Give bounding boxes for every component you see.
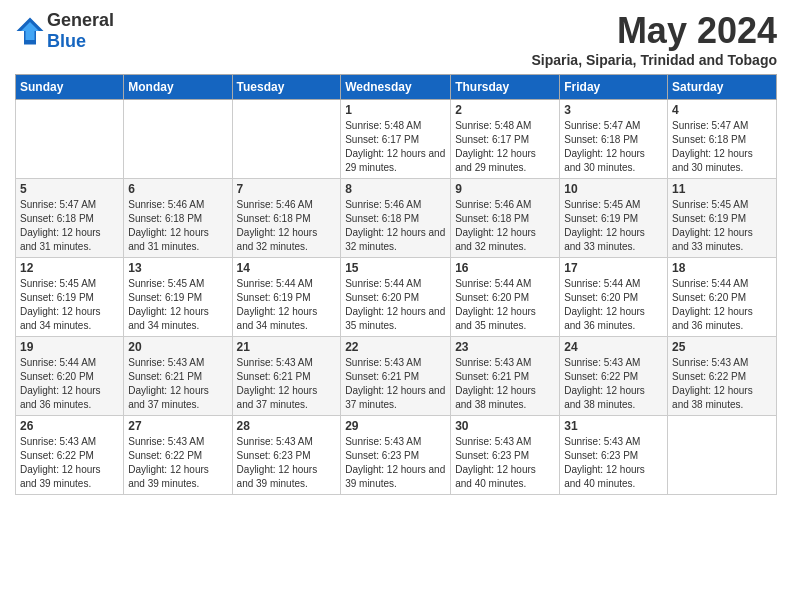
- day-number: 27: [128, 419, 227, 433]
- daylight-text: Daylight: 12 hours and 31 minutes.: [128, 227, 209, 252]
- col-sunday: Sunday: [16, 75, 124, 100]
- sunset-text: Sunset: 6:18 PM: [237, 213, 311, 224]
- day-info: Sunrise: 5:43 AM Sunset: 6:22 PM Dayligh…: [564, 356, 663, 412]
- page-container: General Blue May 2024 Siparia, Siparia, …: [0, 0, 792, 505]
- col-wednesday: Wednesday: [341, 75, 451, 100]
- daylight-text: Daylight: 12 hours and 40 minutes.: [564, 464, 645, 489]
- sunrise-text: Sunrise: 5:45 AM: [128, 278, 204, 289]
- day-number: 1: [345, 103, 446, 117]
- sunrise-text: Sunrise: 5:44 AM: [20, 357, 96, 368]
- daylight-text: Daylight: 12 hours and 37 minutes.: [237, 385, 318, 410]
- logo-general: General: [47, 10, 114, 30]
- day-info: Sunrise: 5:46 AM Sunset: 6:18 PM Dayligh…: [345, 198, 446, 254]
- sunset-text: Sunset: 6:20 PM: [672, 292, 746, 303]
- day-number: 3: [564, 103, 663, 117]
- calendar-cell: 19 Sunrise: 5:44 AM Sunset: 6:20 PM Dayl…: [16, 337, 124, 416]
- sunset-text: Sunset: 6:18 PM: [345, 213, 419, 224]
- day-number: 30: [455, 419, 555, 433]
- col-monday: Monday: [124, 75, 232, 100]
- calendar-body: 1 Sunrise: 5:48 AM Sunset: 6:17 PM Dayli…: [16, 100, 777, 495]
- calendar-cell: 10 Sunrise: 5:45 AM Sunset: 6:19 PM Dayl…: [560, 179, 668, 258]
- sunrise-text: Sunrise: 5:43 AM: [128, 436, 204, 447]
- calendar-cell: 15 Sunrise: 5:44 AM Sunset: 6:20 PM Dayl…: [341, 258, 451, 337]
- day-number: 12: [20, 261, 119, 275]
- day-number: 5: [20, 182, 119, 196]
- calendar-cell: 18 Sunrise: 5:44 AM Sunset: 6:20 PM Dayl…: [668, 258, 777, 337]
- calendar-table: Sunday Monday Tuesday Wednesday Thursday…: [15, 74, 777, 495]
- sunrise-text: Sunrise: 5:43 AM: [455, 436, 531, 447]
- calendar-cell: 26 Sunrise: 5:43 AM Sunset: 6:22 PM Dayl…: [16, 416, 124, 495]
- calendar-cell: [668, 416, 777, 495]
- calendar-cell: 12 Sunrise: 5:45 AM Sunset: 6:19 PM Dayl…: [16, 258, 124, 337]
- day-number: 13: [128, 261, 227, 275]
- sunrise-text: Sunrise: 5:48 AM: [345, 120, 421, 131]
- daylight-text: Daylight: 12 hours and 30 minutes.: [672, 148, 753, 173]
- sunset-text: Sunset: 6:22 PM: [20, 450, 94, 461]
- sunset-text: Sunset: 6:20 PM: [455, 292, 529, 303]
- day-number: 11: [672, 182, 772, 196]
- sunrise-text: Sunrise: 5:43 AM: [237, 436, 313, 447]
- daylight-text: Daylight: 12 hours and 33 minutes.: [672, 227, 753, 252]
- calendar-cell: 22 Sunrise: 5:43 AM Sunset: 6:21 PM Dayl…: [341, 337, 451, 416]
- daylight-text: Daylight: 12 hours and 40 minutes.: [455, 464, 536, 489]
- day-info: Sunrise: 5:43 AM Sunset: 6:21 PM Dayligh…: [128, 356, 227, 412]
- day-info: Sunrise: 5:43 AM Sunset: 6:21 PM Dayligh…: [455, 356, 555, 412]
- day-number: 25: [672, 340, 772, 354]
- sunset-text: Sunset: 6:17 PM: [345, 134, 419, 145]
- daylight-text: Daylight: 12 hours and 39 minutes.: [237, 464, 318, 489]
- calendar-cell: 14 Sunrise: 5:44 AM Sunset: 6:19 PM Dayl…: [232, 258, 341, 337]
- sunrise-text: Sunrise: 5:44 AM: [672, 278, 748, 289]
- sunrise-text: Sunrise: 5:47 AM: [20, 199, 96, 210]
- title-block: May 2024 Siparia, Siparia, Trinidad and …: [531, 10, 777, 68]
- daylight-text: Daylight: 12 hours and 38 minutes.: [564, 385, 645, 410]
- calendar-week-3: 12 Sunrise: 5:45 AM Sunset: 6:19 PM Dayl…: [16, 258, 777, 337]
- sunrise-text: Sunrise: 5:43 AM: [20, 436, 96, 447]
- day-info: Sunrise: 5:43 AM Sunset: 6:23 PM Dayligh…: [455, 435, 555, 491]
- day-info: Sunrise: 5:46 AM Sunset: 6:18 PM Dayligh…: [237, 198, 337, 254]
- header: General Blue May 2024 Siparia, Siparia, …: [15, 10, 777, 68]
- day-number: 10: [564, 182, 663, 196]
- day-number: 28: [237, 419, 337, 433]
- calendar-cell: 3 Sunrise: 5:47 AM Sunset: 6:18 PM Dayli…: [560, 100, 668, 179]
- day-number: 14: [237, 261, 337, 275]
- calendar-cell: 6 Sunrise: 5:46 AM Sunset: 6:18 PM Dayli…: [124, 179, 232, 258]
- calendar-cell: 2 Sunrise: 5:48 AM Sunset: 6:17 PM Dayli…: [451, 100, 560, 179]
- daylight-text: Daylight: 12 hours and 37 minutes.: [128, 385, 209, 410]
- day-info: Sunrise: 5:43 AM Sunset: 6:22 PM Dayligh…: [20, 435, 119, 491]
- sunset-text: Sunset: 6:19 PM: [20, 292, 94, 303]
- day-info: Sunrise: 5:44 AM Sunset: 6:19 PM Dayligh…: [237, 277, 337, 333]
- calendar-cell: 16 Sunrise: 5:44 AM Sunset: 6:20 PM Dayl…: [451, 258, 560, 337]
- day-number: 17: [564, 261, 663, 275]
- sunset-text: Sunset: 6:18 PM: [455, 213, 529, 224]
- calendar-cell: 31 Sunrise: 5:43 AM Sunset: 6:23 PM Dayl…: [560, 416, 668, 495]
- day-number: 8: [345, 182, 446, 196]
- sunset-text: Sunset: 6:20 PM: [345, 292, 419, 303]
- sunrise-text: Sunrise: 5:44 AM: [345, 278, 421, 289]
- day-info: Sunrise: 5:44 AM Sunset: 6:20 PM Dayligh…: [564, 277, 663, 333]
- sunset-text: Sunset: 6:18 PM: [672, 134, 746, 145]
- day-number: 16: [455, 261, 555, 275]
- sunset-text: Sunset: 6:23 PM: [564, 450, 638, 461]
- col-friday: Friday: [560, 75, 668, 100]
- daylight-text: Daylight: 12 hours and 35 minutes.: [345, 306, 445, 331]
- logo-icon: [15, 16, 45, 46]
- sunset-text: Sunset: 6:20 PM: [20, 371, 94, 382]
- calendar-cell: 17 Sunrise: 5:44 AM Sunset: 6:20 PM Dayl…: [560, 258, 668, 337]
- day-info: Sunrise: 5:43 AM Sunset: 6:23 PM Dayligh…: [564, 435, 663, 491]
- day-info: Sunrise: 5:47 AM Sunset: 6:18 PM Dayligh…: [20, 198, 119, 254]
- daylight-text: Daylight: 12 hours and 37 minutes.: [345, 385, 445, 410]
- sunset-text: Sunset: 6:19 PM: [672, 213, 746, 224]
- sunset-text: Sunset: 6:22 PM: [672, 371, 746, 382]
- daylight-text: Daylight: 12 hours and 31 minutes.: [20, 227, 101, 252]
- calendar-cell: 13 Sunrise: 5:45 AM Sunset: 6:19 PM Dayl…: [124, 258, 232, 337]
- day-info: Sunrise: 5:44 AM Sunset: 6:20 PM Dayligh…: [672, 277, 772, 333]
- daylight-text: Daylight: 12 hours and 33 minutes.: [564, 227, 645, 252]
- sunrise-text: Sunrise: 5:43 AM: [564, 436, 640, 447]
- sunrise-text: Sunrise: 5:45 AM: [672, 199, 748, 210]
- day-info: Sunrise: 5:43 AM Sunset: 6:23 PM Dayligh…: [237, 435, 337, 491]
- sunrise-text: Sunrise: 5:46 AM: [237, 199, 313, 210]
- calendar-cell: 25 Sunrise: 5:43 AM Sunset: 6:22 PM Dayl…: [668, 337, 777, 416]
- day-info: Sunrise: 5:46 AM Sunset: 6:18 PM Dayligh…: [455, 198, 555, 254]
- sunrise-text: Sunrise: 5:46 AM: [455, 199, 531, 210]
- day-number: 9: [455, 182, 555, 196]
